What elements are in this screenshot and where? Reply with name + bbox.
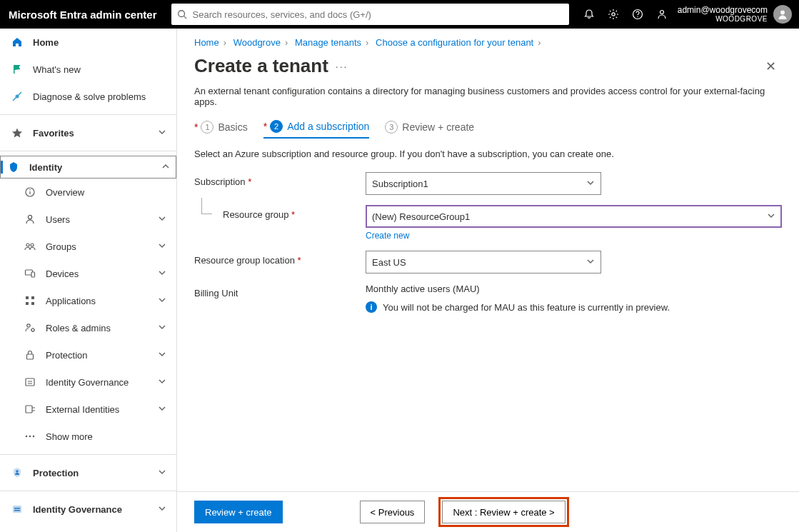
diagnose-icon xyxy=(10,89,24,104)
nav-extid-label: External Identities xyxy=(46,404,119,415)
nav-favorites[interactable]: Favorites xyxy=(0,119,176,146)
governance-main-icon xyxy=(10,502,24,516)
shield-person-icon xyxy=(10,466,24,480)
next-button[interactable]: Next : Review + create > xyxy=(442,501,565,523)
svg-rect-31 xyxy=(14,510,20,511)
nav-identity[interactable]: Identity xyxy=(0,156,176,179)
search-wrapper xyxy=(167,0,573,29)
crumb-woodgrove[interactable]: Woodgrove xyxy=(233,37,281,48)
nav-groups[interactable]: Groups xyxy=(0,233,176,260)
nav-home-label: Home xyxy=(33,37,59,48)
nav-idgov[interactable]: Identity Governance xyxy=(0,496,176,523)
star-icon xyxy=(10,126,24,140)
resource-group-select[interactable]: (New) ResourceGroup1 xyxy=(366,205,782,228)
nav-diagnose[interactable]: Diagnose & solve problems xyxy=(0,83,176,110)
nav-roles[interactable]: Roles & admins xyxy=(0,314,176,341)
more-icon xyxy=(23,429,37,443)
nav-overview-label: Overview xyxy=(46,187,84,198)
previous-button[interactable]: < Previous xyxy=(360,501,426,523)
billing-info-text: You will not be charged for MAU as this … xyxy=(383,302,670,313)
help-icon[interactable] xyxy=(630,7,645,21)
nav-devices[interactable]: Devices xyxy=(0,260,176,287)
wizard-tabs: * 1 Basics * 2 Add a subscription 3 Revi… xyxy=(177,120,799,139)
nav-home[interactable]: Home xyxy=(0,29,176,56)
close-button[interactable]: ✕ xyxy=(760,56,782,77)
nav-applications-label: Applications xyxy=(46,296,96,306)
tab-step-number: 1 xyxy=(201,121,213,134)
review-create-button[interactable]: Review + create xyxy=(194,501,283,523)
nav-devices-label: Devices xyxy=(46,268,79,279)
nav-protection-sub[interactable]: Protection xyxy=(0,341,176,368)
tab-step-number: 2 xyxy=(270,120,283,133)
svg-point-5 xyxy=(660,11,663,14)
main-content: Home› Woodgrove› Manage tenants› Choose … xyxy=(177,29,799,532)
search-input[interactable] xyxy=(193,9,563,20)
crumb-manage-tenants[interactable]: Manage tenants xyxy=(295,37,361,48)
account-tenant: WOODGROVE xyxy=(678,15,768,23)
external-icon xyxy=(23,402,37,416)
apps-icon xyxy=(23,293,37,308)
flag-icon xyxy=(10,62,24,76)
crumb-choose-config[interactable]: Choose a configuration for your tenant xyxy=(376,37,533,48)
global-search[interactable] xyxy=(171,4,569,25)
page-more-button[interactable]: ··· xyxy=(336,61,348,72)
svg-point-2 xyxy=(612,13,615,16)
tab-subscription[interactable]: * 2 Add a subscription xyxy=(263,120,370,139)
nav-overview[interactable]: Overview xyxy=(0,179,176,206)
nav-applications[interactable]: Applications xyxy=(0,287,176,314)
svg-rect-23 xyxy=(26,378,34,386)
tab-basics[interactable]: * 1 Basics xyxy=(194,120,248,139)
billing-value: Monthly active users (MAU) xyxy=(366,283,670,294)
wizard-footer: Review + create < Previous Next : Review… xyxy=(177,491,799,532)
notifications-icon[interactable] xyxy=(582,7,596,21)
svg-rect-15 xyxy=(31,272,35,277)
field-location: Resource group location East US xyxy=(194,251,782,273)
subscription-select[interactable]: Subscription1 xyxy=(366,172,601,195)
crumb-home[interactable]: Home xyxy=(194,37,219,48)
svg-rect-19 xyxy=(31,302,34,305)
chevron-down-icon xyxy=(158,214,166,225)
required-asterisk: * xyxy=(194,121,198,133)
user-icon xyxy=(23,212,37,226)
nav-roles-label: Roles & admins xyxy=(46,323,111,333)
svg-point-12 xyxy=(26,244,29,246)
nav-users-label: Users xyxy=(46,214,70,225)
svg-rect-22 xyxy=(27,354,34,359)
create-new-link[interactable]: Create new xyxy=(366,231,409,241)
feedback-icon[interactable] xyxy=(655,7,669,21)
account-menu[interactable]: admin@woodgrovecom WOODGROVE xyxy=(678,5,799,24)
field-resource-group: Resource group (New) ResourceGroup1 Crea… xyxy=(194,205,782,241)
governance-icon xyxy=(23,375,37,389)
billing-label: Billing Unit xyxy=(194,283,366,298)
home-icon xyxy=(10,35,24,49)
location-value: East US xyxy=(372,257,406,268)
nav-idgov-label: Identity Governance xyxy=(33,504,122,515)
svg-point-4 xyxy=(637,16,638,17)
nav-idgov-sub[interactable]: Identity Governance xyxy=(0,368,176,396)
nav-protection-sub-label: Protection xyxy=(46,350,88,361)
svg-point-13 xyxy=(31,244,34,246)
nav-users[interactable]: Users xyxy=(0,206,176,233)
svg-point-25 xyxy=(26,436,28,438)
sidebar: Home What's new Diagnose & solve problem… xyxy=(0,29,177,532)
nav-extid[interactable]: External Identities xyxy=(0,396,176,423)
nav-showmore[interactable]: Show more xyxy=(0,423,176,450)
page-description: An external tenant configuration contain… xyxy=(177,80,799,120)
nav-whatsnew[interactable]: What's new xyxy=(0,56,176,83)
location-select[interactable]: East US xyxy=(366,251,601,273)
svg-point-20 xyxy=(27,324,30,327)
settings-icon[interactable] xyxy=(606,7,620,21)
tab-review[interactable]: 3 Review + create xyxy=(385,120,474,139)
required-asterisk: * xyxy=(263,121,267,132)
tab-basics-label: Basics xyxy=(218,121,247,133)
chevron-down-icon xyxy=(767,211,775,222)
chevron-down-icon xyxy=(158,296,166,306)
nav-protection[interactable]: Protection xyxy=(0,459,176,486)
tab-subscription-label: Add a subscription xyxy=(287,121,369,132)
nav-idgov-sub-label: Identity Governance xyxy=(46,377,129,388)
info-icon: i xyxy=(366,301,377,313)
svg-rect-30 xyxy=(14,508,20,509)
page-title: Create a tenant xyxy=(194,55,328,77)
identity-icon xyxy=(6,160,21,174)
svg-point-27 xyxy=(33,436,35,438)
